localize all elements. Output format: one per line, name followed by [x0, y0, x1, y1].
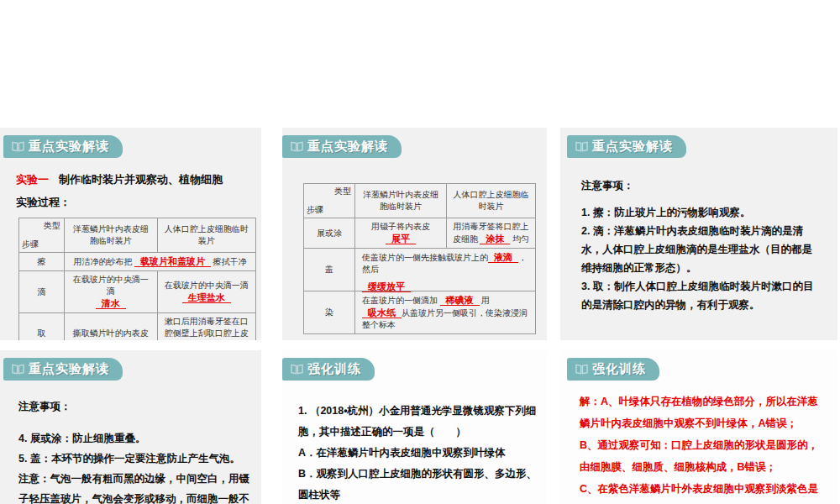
table-row: 盖 使盖玻片的一侧先接触载玻片上的液滴，然后 缓缓放平 [304, 249, 536, 291]
section-badge-label: 重点实验解读 [307, 139, 388, 155]
cell-text: 在载玻片的中央滴一滴 [165, 281, 249, 290]
note-item: 1. 擦：防止玻片上的污物影响观察。 [581, 203, 821, 222]
step-cell: 在载玻片的中央滴一滴 生理盐水 [157, 271, 255, 313]
corner-step-label: 步骤 [22, 239, 39, 250]
step-cell: 撕取鳞片叶的内表皮 [64, 313, 157, 341]
notes-heading: 注意事项： [581, 176, 821, 195]
corner-type-label: 类型 [334, 186, 351, 197]
corner-type-label: 类型 [44, 220, 60, 232]
open-book-icon [291, 364, 303, 375]
section-badge-label: 强化训练 [307, 361, 361, 377]
answer-line-c: C、在紫色洋葱鳞片叶外表皮细胞中观察到淡紫色是液泡，C错误； [580, 478, 821, 504]
experiment-heading: 实验一制作临时装片并观察动、植物细胞 [16, 172, 261, 187]
experiment-title: 制作临时装片并观察动、植物细胞 [59, 173, 223, 186]
answer-blank: 稀碘液 [440, 295, 480, 306]
open-book-icon [12, 141, 24, 152]
section-badge-label: 重点实验解读 [592, 139, 673, 155]
question-stem: 1. （2018•杭州）小金用普通光学显微镜观察下列细胞，其中描述正确的一项是（… [298, 401, 538, 443]
step-cell: 使盖玻片的一侧先接触载玻片上的液滴，然后 缓缓放平 [355, 249, 536, 291]
process-label: 实验过程： [16, 195, 261, 210]
experiment-table-2: 类型 步骤 洋葱鳞片叶内表皮细胞临时装片 人体口腔上皮细胞临时装片 展或涂 用镊… [303, 183, 536, 334]
table-row: 染 在盖玻片的一侧滴加 稀碘液 用 吸水纸从盖玻片另一侧吸引，使染液浸润整个标本 [304, 291, 536, 334]
column-header-onion: 洋葱鳞片叶内表皮细胞临时装片 [64, 218, 157, 253]
answer-blank: 展平 [386, 234, 416, 244]
corner-cell: 类型 步骤 [304, 184, 355, 218]
section-badge: 重点实验解读 [3, 358, 123, 381]
step-label: 染 [304, 291, 355, 334]
cell-text: 在盖玻片的一侧滴加 [362, 296, 438, 305]
column-header-human: 人体口腔上皮细胞临时装片 [446, 184, 535, 218]
slide-grid: 重点实验解读 实验一制作临时装片并观察动、植物细胞 实验过程： 类型 步骤 洋葱… [0, 0, 840, 504]
step-cell: 用洁净的纱布把 载玻片和盖玻片 擦拭干净 [64, 253, 255, 271]
step-label: 擦 [19, 253, 65, 271]
answer-blank: 生理盐水 [182, 292, 231, 303]
slide-1-experiment-steps[interactable]: 重点实验解读 实验一制作临时装片并观察动、植物细胞 实验过程： 类型 步骤 洋葱… [0, 128, 261, 340]
step-label: 滴 [19, 271, 65, 313]
question-body: 1. （2018•杭州）小金用普通光学显微镜观察下列细胞，其中描述正确的一项是（… [298, 401, 538, 504]
slide-5-question[interactable]: 强化训练 1. （2018•杭州）小金用普通光学显微镜观察下列细胞，其中描述正确… [282, 350, 547, 504]
open-book-icon [12, 364, 24, 375]
open-book-icon [575, 364, 588, 375]
table-row: 类型 步骤 洋葱鳞片叶内表皮细胞临时装片 人体口腔上皮细胞临时装片 [304, 184, 536, 218]
notes-heading: 注意事项： [18, 396, 254, 417]
answer-line-a: 解：A、叶绿体只存在植物的绿色部分，所以在洋葱鳞片叶内表皮细胞中观察不到叶绿体，… [580, 391, 821, 434]
note-item: 3. 取：制作人体口腔上皮细胞临时装片时漱口的目的是清除口腔内的异物，有利于观察… [581, 277, 821, 314]
step-label: 盖 [304, 249, 355, 291]
answer-blank: 吸水纸 [362, 307, 402, 318]
experiment-number: 实验一 [16, 173, 49, 186]
step-cell: 在载玻片的中央滴一滴 清水 [64, 271, 157, 313]
experiment-table-1: 类型 步骤 洋葱鳞片叶内表皮细胞临时装片 人体口腔上皮细胞临时装片 擦 用洁净的… [18, 218, 256, 340]
answer-blank: 清水 [96, 298, 126, 309]
step-cell: 漱口后用消毒牙签在口腔侧壁上刮取口腔上皮细胞 [157, 313, 255, 341]
section-badge: 重点实验解读 [282, 135, 402, 158]
slide-2-experiment-steps[interactable]: 重点实验解读 类型 步骤 洋葱鳞片叶内表皮细胞临时装片 人体口腔上皮细胞临时装片… [282, 128, 547, 340]
table-row: 取 撕取鳞片叶的内表皮 漱口后用消毒牙签在口腔侧壁上刮取口腔上皮细胞 [19, 313, 256, 341]
step-cell: 用消毒牙签将口腔上皮细胞 涂抹 均匀 [446, 218, 535, 249]
corner-cell: 类型 步骤 [19, 218, 65, 253]
column-header-human: 人体口腔上皮细胞临时装片 [157, 218, 255, 253]
answer-line-b: B、通过观察可知：口腔上皮细胞的形状是圆形的，由细胞膜、细胞质、细胞核构成，B错… [580, 434, 821, 478]
table-row: 类型 步骤 洋葱鳞片叶内表皮细胞临时装片 人体口腔上皮细胞临时装片 [19, 218, 256, 253]
table-row: 滴 在载玻片的中央滴一滴 清水 在载玻片的中央滴一滴 生理盐水 [19, 271, 256, 313]
note-item: 注意：气泡一般有粗而黑的边缘，中间空白，用镊子轻压盖玻片，气泡会变形或移动，而细… [18, 469, 254, 504]
note-item: 2. 滴：洋葱鳞片叶内表皮细胞临时装片滴的是清水，人体口腔上皮细胞滴的是生理盐水… [581, 222, 821, 277]
slide-3-notes[interactable]: 重点实验解读 注意事项： 1. 擦：防止玻片上的污物影响观察。 2. 滴：洋葱鳞… [560, 128, 837, 340]
section-badge-label: 强化训练 [592, 361, 646, 377]
cell-text: 均匀 [512, 234, 529, 244]
section-badge-label: 重点实验解读 [29, 139, 109, 155]
step-cell: 用镊子将内表皮展平 [355, 218, 447, 249]
table-row: 展或涂 用镊子将内表皮展平 用消毒牙签将口腔上皮细胞 涂抹 均匀 [304, 218, 536, 249]
open-book-icon [575, 141, 588, 152]
corner-step-label: 步骤 [307, 204, 323, 216]
section-badge-label: 重点实验解读 [29, 361, 109, 377]
section-badge: 强化训练 [282, 358, 375, 381]
option-b: B．观察到人口腔上皮细胞的形状有圆形、多边形、圆柱状等 [298, 464, 538, 504]
cell-text: 擦拭干净 [213, 257, 246, 266]
section-badge: 重点实验解读 [3, 135, 123, 158]
answer-blank: 涂抹 [480, 234, 510, 244]
cell-text: 用洁净的纱布把 [73, 257, 132, 266]
notes-body: 注意事项： 4. 展或涂：防止细胞重叠。 5. 盖：本环节的操作一定要注意防止产… [18, 396, 254, 504]
answer-blank: 液滴 [488, 252, 518, 263]
answer-body: 解：A、叶绿体只存在植物的绿色部分，所以在洋葱鳞片叶内表皮细胞中观察不到叶绿体，… [580, 391, 821, 504]
cell-text: 使盖玻片的一侧先接触载玻片上的 [362, 253, 488, 262]
step-label: 取 [19, 313, 65, 341]
cell-text: 用 [481, 296, 490, 305]
step-label: 展或涂 [304, 218, 355, 249]
table-row: 擦 用洁净的纱布把 载玻片和盖玻片 擦拭干净 [19, 253, 256, 271]
notes-body: 注意事项： 1. 擦：防止玻片上的污物影响观察。 2. 滴：洋葱鳞片叶内表皮细胞… [581, 176, 821, 314]
answer-blank: 缓缓放平 [362, 281, 411, 292]
cell-text: 用镊子将内表皮 [371, 222, 430, 231]
slide-6-answer[interactable]: 强化训练 解：A、叶绿体只存在植物的绿色部分，所以在洋葱鳞片叶内表皮细胞中观察不… [560, 350, 837, 504]
section-badge: 强化训练 [567, 358, 659, 381]
column-header-onion: 洋葱鳞片叶内表皮细胞临时装片 [355, 184, 447, 218]
slide-4-notes[interactable]: 重点实验解读 注意事项： 4. 展或涂：防止细胞重叠。 5. 盖：本环节的操作一… [0, 350, 261, 504]
open-book-icon [291, 141, 303, 152]
note-item: 4. 展或涂：防止细胞重叠。 [18, 428, 254, 449]
answer-blank: 载玻片和盖玻片 [134, 256, 211, 267]
step-cell: 在盖玻片的一侧滴加 稀碘液 用 吸水纸从盖玻片另一侧吸引，使染液浸润整个标本 [355, 291, 536, 334]
option-a: A．在洋葱鳞片叶内表皮细胞中观察到叶绿体 [298, 443, 538, 464]
note-item: 5. 盖：本环节的操作一定要注意防止产生气泡。 [18, 449, 254, 469]
cell-text: 在载玻片的中央滴一滴 [73, 275, 149, 296]
section-badge: 重点实验解读 [567, 135, 686, 158]
